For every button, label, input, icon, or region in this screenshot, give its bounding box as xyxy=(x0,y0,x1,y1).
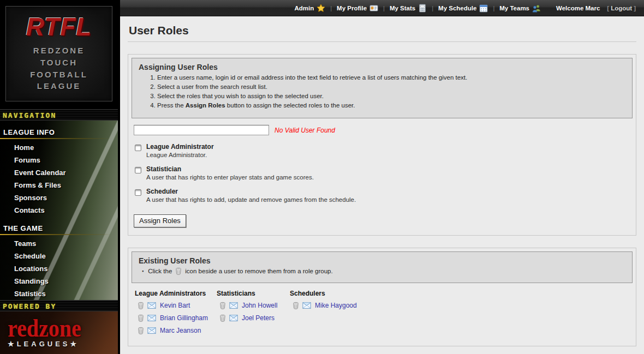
sidebar-item-home[interactable]: Home xyxy=(0,141,118,154)
sidebar-item-contacts[interactable]: Contacts xyxy=(0,204,118,217)
sidebar-item-locations[interactable]: Locations xyxy=(0,262,118,275)
user-row: Kevin Bart xyxy=(137,302,217,309)
logo-line: TOUCH xyxy=(9,57,109,69)
instruction-item: Enter a users name, login id or email ad… xyxy=(157,74,625,81)
menu-separator: | xyxy=(330,5,332,11)
bin-icon[interactable] xyxy=(137,314,145,322)
topbar-menu-label: My Teams xyxy=(499,5,529,11)
bin-icon[interactable] xyxy=(137,302,145,309)
logout-link[interactable]: Logout xyxy=(611,5,632,11)
role-group-title: Statisticians xyxy=(217,290,290,297)
role-group-title: League Administrators xyxy=(135,290,217,297)
mail-icon[interactable] xyxy=(147,302,156,309)
bin-icon[interactable] xyxy=(219,302,226,309)
role-description: A user that has rights to add, update an… xyxy=(146,196,356,203)
league-logo: RTFL REDZONE TOUCH FOOTBALL LEAGUE xyxy=(0,0,118,109)
role-group-users: Kevin Bart Brian Gillingham Marc Jeanson xyxy=(135,302,217,334)
topbar-menu-item[interactable]: My Stats xyxy=(389,4,428,13)
user-name-link[interactable]: Joel Peters xyxy=(242,314,275,322)
sidebar-item-sponsors[interactable]: Sponsors xyxy=(0,191,118,204)
mail-icon[interactable] xyxy=(147,327,156,334)
section-underline xyxy=(0,234,118,235)
role-groups: League Administrators Kevin Bart Brian G… xyxy=(132,283,633,343)
role-name: League Administrator xyxy=(146,143,214,151)
sidebar-item-statistics[interactable]: Statistics xyxy=(0,287,118,300)
vcard-icon xyxy=(369,4,378,13)
role-checkbox[interactable] xyxy=(135,167,141,173)
navigation-led-bar: NAVIGATION xyxy=(0,109,118,121)
user-name-link[interactable]: Kevin Bart xyxy=(160,302,190,309)
logo-line: REDZONE xyxy=(9,45,109,57)
topbar-menu-label: Admin xyxy=(294,5,314,11)
logo-line: FOOTBALL xyxy=(9,69,109,81)
mail-icon[interactable] xyxy=(229,314,238,322)
assign-roles-button[interactable]: Assign Roles xyxy=(134,214,186,227)
rtfl-logo-text: RTFL xyxy=(9,14,109,39)
mail-icon[interactable] xyxy=(147,314,156,322)
sidebar-item-teams[interactable]: Teams xyxy=(0,237,118,250)
topbar-menu-item[interactable]: My Schedule xyxy=(437,4,489,13)
star-icon xyxy=(317,4,325,13)
sidebar-item-list: TeamsScheduleLocationsStandingsStatistic… xyxy=(0,237,118,300)
main-area: Admin | My Profile | My Stats | My Sched… xyxy=(120,0,644,354)
role-name: Scheduler xyxy=(146,188,356,195)
user-name-link[interactable]: John Howell xyxy=(242,302,277,309)
role-group-users: John Howell Joel Peters xyxy=(217,302,290,322)
role-description: A user that has rights to enter player s… xyxy=(146,174,314,181)
sidebar-section-title: THE GAME xyxy=(0,223,118,234)
role-option: League Administrator League Administrato… xyxy=(134,143,631,158)
user-row: Brian Gillingham xyxy=(137,314,217,322)
role-checkbox[interactable] xyxy=(135,145,141,151)
user-name-link[interactable]: Brian Gillingham xyxy=(160,314,208,322)
user-name-link[interactable]: Marc Jeanson xyxy=(160,327,201,334)
instruction-item: Press the Assign Roles button to assign … xyxy=(157,102,625,109)
sidebar-item-schedule[interactable]: Schedule xyxy=(0,250,118,262)
user-row: John Howell xyxy=(219,302,290,309)
role-group-column: League Administrators Kevin Bart Brian G… xyxy=(135,290,217,339)
topbar-menu-item[interactable]: Admin xyxy=(293,4,326,13)
logout-bracket-open: [ xyxy=(607,5,609,11)
instructions-list: Enter a users name, login id or email ad… xyxy=(157,74,625,109)
role-option: Statistician A user that has rights to e… xyxy=(134,165,631,181)
role-group-users: Mike Haygood xyxy=(290,302,372,309)
redzone-leagues-logo[interactable]: redzone ★LEAGUES★ xyxy=(0,311,118,354)
group-icon xyxy=(532,4,541,13)
bin-icon xyxy=(175,267,182,275)
sidebar-nav-area: LEAGUE INFO HomeForumsEvent CalendarForm… xyxy=(0,121,118,300)
role-group-title: Schedulers xyxy=(290,290,372,297)
user-search-input[interactable] xyxy=(134,125,269,135)
bin-icon[interactable] xyxy=(137,327,145,334)
topbar-menu: Admin | My Profile | My Stats | My Sched… xyxy=(293,4,542,13)
calendar-icon xyxy=(479,4,488,13)
mail-icon[interactable] xyxy=(302,302,311,309)
topbar-menu-item[interactable]: My Teams xyxy=(498,4,542,13)
role-checkbox[interactable] xyxy=(135,189,141,196)
existing-roles-hint: ▪ Click the icon beside a user to remove… xyxy=(142,267,625,275)
existing-box-title: Existing User Roles xyxy=(139,256,625,265)
logout-bracket-close: ] xyxy=(634,5,636,11)
bin-icon[interactable] xyxy=(292,302,300,309)
instruction-item: Select a user from the search result lis… xyxy=(157,83,625,90)
sidebar-item-forms-files[interactable]: Forms & Files xyxy=(0,179,118,191)
bin-icon[interactable] xyxy=(219,314,226,322)
menu-separator: | xyxy=(383,5,385,11)
role-name: Statistician xyxy=(146,165,314,173)
assign-roles-container: Assigning User Roles Enter a users name,… xyxy=(128,54,636,236)
sidebar-item-standings[interactable]: Standings xyxy=(0,275,118,287)
sidebar: RTFL REDZONE TOUCH FOOTBALL LEAGUE NAVIG… xyxy=(0,0,120,354)
menu-separator: | xyxy=(432,5,433,11)
topbar-menu-label: My Profile xyxy=(337,5,367,11)
sidebar-section: THE GAME TeamsScheduleLocationsStandings… xyxy=(0,217,118,300)
sidebar-item-event-calendar[interactable]: Event Calendar xyxy=(0,166,118,179)
welcome-text: Welcome Marc xyxy=(556,5,600,11)
topbar: Admin | My Profile | My Stats | My Sched… xyxy=(120,0,644,16)
sidebar-section-title: LEAGUE INFO xyxy=(0,127,118,138)
sidebar-item-forums[interactable]: Forums xyxy=(0,154,118,166)
topbar-menu-item[interactable]: My Profile xyxy=(336,4,379,13)
square-bullet: ▪ xyxy=(142,268,144,274)
topbar-menu-label: My Stats xyxy=(390,5,415,11)
user-name-link[interactable]: Mike Haygood xyxy=(315,302,357,309)
calculator-icon xyxy=(418,4,427,13)
mail-icon[interactable] xyxy=(229,302,238,309)
page-title: User Roles xyxy=(128,21,636,42)
